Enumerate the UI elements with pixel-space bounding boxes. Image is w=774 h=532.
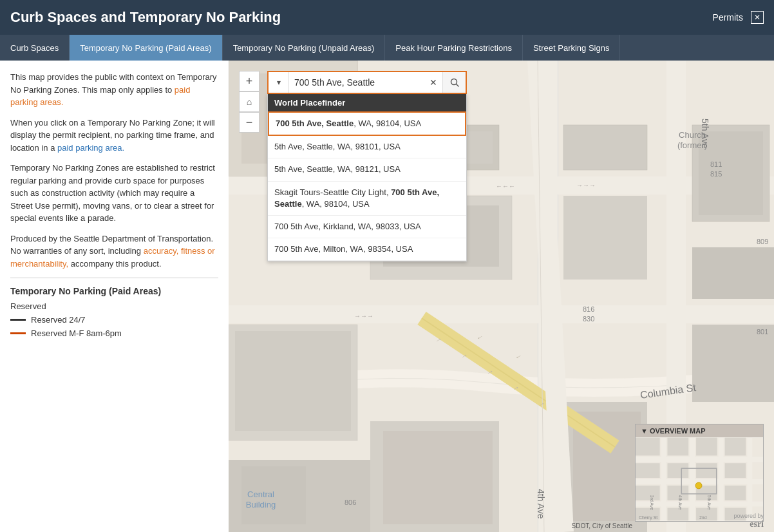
tab-temp-no-parking-paid[interactable]: Temporary No Parking (Paid Areas): [70, 35, 222, 61]
svg-rect-21: [235, 331, 351, 431]
svg-text:830: 830: [583, 315, 594, 323]
svg-line-54: [456, 84, 458, 87]
svg-rect-65: [696, 438, 717, 456]
svg-text:811: 811: [710, 160, 722, 168]
sidebar-divider: [10, 278, 218, 278]
tab-bar: Curb Spaces Temporary No Parking (Paid A…: [0, 35, 774, 61]
overview-map-header[interactable]: ▼ OVERVIEW MAP: [636, 424, 763, 437]
sidebar-desc-1: This map provides the public with contex…: [10, 71, 218, 109]
svg-rect-63: [636, 438, 660, 456]
svg-rect-74: [725, 486, 746, 500]
svg-text:→→→: →→→: [354, 312, 373, 319]
sidebar-desc-3: Temporary No Parking Zones are establish…: [10, 162, 218, 225]
home-button[interactable]: ⌂: [239, 91, 260, 112]
svg-rect-61: [719, 438, 724, 521]
svg-point-80: [695, 482, 702, 489]
svg-rect-68: [668, 463, 689, 478]
svg-rect-67: [636, 463, 660, 478]
svg-rect-56: [636, 457, 763, 462]
tab-peak-hour[interactable]: Peak Hour Parking Restrictions: [385, 35, 523, 61]
zoom-in-button[interactable]: +: [239, 71, 260, 91]
sidebar-reserved-label: Reserved: [10, 301, 218, 311]
svg-text:801: 801: [757, 328, 768, 336]
svg-text:4th Ave: 4th Ave: [678, 495, 683, 510]
esri-attribution: powered by esri: [733, 513, 764, 529]
sidebar-desc-4: Produced by the Seattle Department of Tr…: [10, 233, 218, 271]
tab-temp-no-parking-unpaid[interactable]: Temporary No Parking (Unpaid Areas): [223, 35, 386, 61]
search-dropdown-button[interactable]: ▾: [269, 72, 289, 93]
map-attribution: SDOT, City of Seattle: [572, 522, 632, 529]
close-icon[interactable]: ✕: [751, 11, 764, 24]
zoom-out-button[interactable]: −: [239, 112, 260, 133]
svg-rect-70: [725, 463, 746, 478]
search-result-item[interactable]: 700 5th Ave, Milton, WA, 98354, USA: [268, 238, 466, 261]
svg-text:816: 816: [583, 305, 594, 313]
overview-svg: 3rd Ave 4th Ave 5th Ave Cherry St 2nd: [636, 437, 763, 521]
svg-rect-62: [747, 438, 752, 521]
svg-rect-69: [696, 463, 717, 478]
sidebar-highlight-4: accuracy, fitness or merchantability,: [10, 246, 215, 269]
tab-street-signs[interactable]: Street Parking Signs: [523, 35, 621, 61]
esri-logo: esri: [733, 519, 764, 529]
search-input[interactable]: [289, 77, 424, 88]
svg-text:Church: Church: [679, 130, 706, 140]
powered-by-label: powered by: [733, 513, 764, 519]
svg-text:806: 806: [345, 499, 356, 506]
legend-label-mf: Reserved M-F 8am-6pm: [31, 328, 122, 338]
legend-label-247: Reserved 24/7: [31, 315, 86, 325]
svg-rect-71: [636, 486, 660, 500]
sidebar-highlight-1: paid parking areas.: [10, 85, 190, 108]
svg-rect-19: [692, 325, 774, 402]
svg-text:815: 815: [710, 170, 722, 178]
map-controls: + ⌂ −: [239, 71, 260, 133]
overview-map: ▼ OVERVIEW MAP: [635, 424, 764, 522]
search-clear-button[interactable]: ✕: [424, 72, 442, 93]
svg-rect-72: [668, 486, 689, 500]
header-actions: Permits ✕: [713, 11, 764, 24]
search-result-item[interactable]: 700 5th Ave, Kirkland, WA, 98033, USA: [268, 216, 466, 238]
legend-item-mf: Reserved M-F 8am-6pm: [10, 328, 218, 338]
svg-text:Central: Central: [247, 489, 274, 499]
svg-text:Cherry St: Cherry St: [639, 515, 657, 520]
app-title: Curb Spaces and Temporary No Parking: [10, 9, 281, 26]
search-results-header: World Placefinder: [268, 94, 466, 111]
search-container: ▾ ✕ World Placefinder 700 5th Ave, Seatt…: [267, 71, 467, 261]
svg-text:809: 809: [757, 238, 768, 245]
map-area[interactable]: →→→ →→→ →→→ →→→ Columbia St 5th Ave 4th …: [229, 61, 774, 532]
svg-rect-15: [563, 196, 647, 280]
legend-item-247: Reserved 24/7: [10, 315, 218, 325]
tab-curb-spaces[interactable]: Curb Spaces: [0, 35, 70, 61]
sidebar-desc-2: When you click on a Temporary No Parking…: [10, 117, 218, 155]
search-result-item[interactable]: 700 5th Ave, Seattle, WA, 98104, USA: [268, 111, 466, 136]
search-bar: ▾ ✕: [267, 71, 467, 94]
overview-map-body: 3rd Ave 4th Ave 5th Ave Cherry St 2nd: [636, 437, 763, 521]
search-go-button[interactable]: [442, 72, 466, 93]
main-content: This map provides the public with contex…: [0, 61, 774, 532]
sidebar-highlight-2: paid parking area.: [57, 143, 124, 153]
svg-rect-25: [383, 431, 493, 524]
sidebar: This map provides the public with contex…: [0, 61, 229, 532]
sidebar-section-title: Temporary No Parking (Paid Areas): [10, 286, 218, 296]
svg-text:Building: Building: [246, 500, 276, 509]
svg-text:(former): (former): [677, 140, 707, 150]
svg-text:→→→: →→→: [496, 184, 515, 191]
svg-rect-76: [668, 508, 689, 521]
svg-text:2nd: 2nd: [699, 515, 707, 520]
svg-text:3rd Ave: 3rd Ave: [650, 495, 654, 510]
svg-text:5th Ave: 5th Ave: [707, 495, 712, 510]
legend-line-black: [10, 319, 26, 321]
svg-rect-64: [668, 438, 689, 456]
search-result-item[interactable]: 5th Ave, Seattle, WA, 98121, USA: [268, 158, 466, 181]
legend-line-orange: [10, 332, 26, 334]
svg-rect-14: [563, 125, 647, 170]
svg-text:4th Ave: 4th Ave: [536, 489, 546, 519]
svg-rect-8: [229, 305, 774, 323]
svg-rect-60: [690, 438, 695, 521]
search-result-item[interactable]: 5th Ave, Seattle, WA, 98101, USA: [268, 136, 466, 158]
svg-rect-18: [692, 247, 774, 299]
svg-rect-66: [725, 438, 746, 456]
search-results-dropdown: World Placefinder 700 5th Ave, Seattle, …: [267, 94, 467, 261]
svg-rect-59: [661, 438, 666, 521]
search-result-item[interactable]: Skagit Tours-Seattle City Light, 700 5th…: [268, 182, 466, 216]
permits-link[interactable]: Permits: [713, 12, 743, 23]
